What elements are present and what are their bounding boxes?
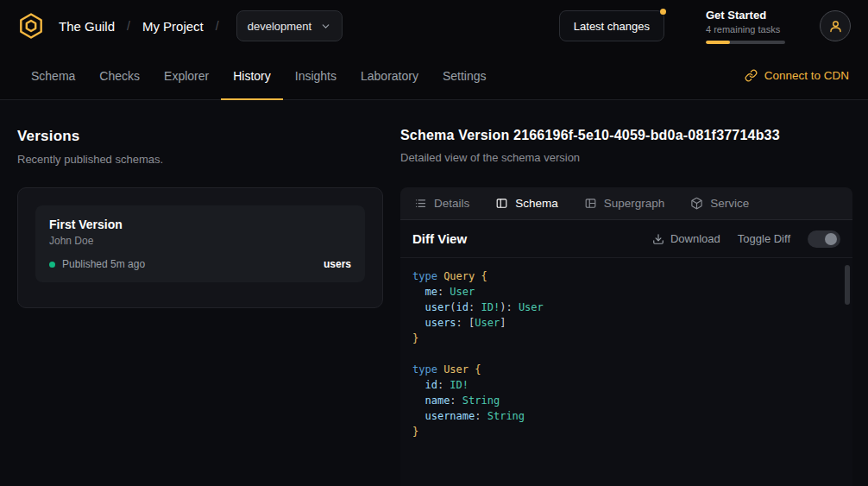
- columns-icon: [495, 197, 508, 210]
- download-icon: [652, 233, 664, 245]
- toggle-diff-label: Toggle Diff: [738, 232, 790, 245]
- code-content: type Query { me: User user(id: ID!): Use…: [412, 268, 840, 439]
- tab-history[interactable]: History: [221, 52, 283, 99]
- version-service-badge: users: [324, 258, 351, 270]
- schema-version-subtitle: Detailed view of the schema version: [400, 151, 852, 164]
- user-avatar[interactable]: [820, 10, 851, 41]
- link-icon: [745, 69, 758, 82]
- diff-view-title: Diff View: [412, 231, 467, 246]
- schema-version-panel: Schema Version 2166196f-5e10-4059-bd0a-0…: [400, 100, 868, 486]
- grid-icon: [584, 197, 597, 210]
- version-list-item[interactable]: First Version John Doe Published 5m ago …: [35, 205, 365, 282]
- tab-schema-label: Schema: [515, 197, 558, 210]
- schema-version-title: Schema Version 2166196f-5e10-4059-bd0a-0…: [400, 128, 852, 143]
- tab-settings[interactable]: Settings: [431, 52, 499, 99]
- get-started-subtitle: 4 remaining tasks: [706, 24, 785, 35]
- cube-icon: [690, 197, 703, 210]
- get-started-progress-fill: [706, 41, 730, 44]
- hive-logo-icon[interactable]: [17, 12, 45, 40]
- versions-panel: Versions Recently published schemas. Fir…: [0, 100, 400, 486]
- published-dot-icon: [49, 262, 55, 268]
- versions-subtitle: Recently published schemas.: [17, 153, 383, 166]
- chevron-down-icon: [320, 21, 331, 32]
- breadcrumb-separator: /: [127, 19, 130, 33]
- breadcrumb-separator: /: [216, 19, 219, 33]
- tab-laboratory[interactable]: Laboratory: [349, 52, 431, 99]
- detail-tab-bar: Details Schema Supergraph: [400, 187, 852, 220]
- tab-schema-detail[interactable]: Schema: [495, 197, 558, 210]
- target-select-value: development: [248, 20, 311, 33]
- tab-explorer[interactable]: Explorer: [152, 52, 221, 99]
- tab-details[interactable]: Details: [414, 197, 469, 210]
- breadcrumb-org[interactable]: The Guild: [59, 19, 115, 34]
- schema-code-block[interactable]: type Query { me: User user(id: ID!): Use…: [400, 258, 852, 486]
- version-status: Published 5m ago: [62, 258, 145, 270]
- breadcrumb-project[interactable]: My Project: [142, 19, 204, 34]
- app-header: The Guild / My Project / development Lat…: [0, 0, 868, 52]
- tab-schema[interactable]: Schema: [19, 52, 87, 99]
- version-status-row: Published 5m ago users: [49, 258, 351, 270]
- get-started-progress: [706, 41, 785, 44]
- main-nav: Schema Checks Explorer History Insights …: [0, 52, 868, 100]
- version-author: John Doe: [49, 235, 351, 247]
- tab-checks[interactable]: Checks: [87, 52, 152, 99]
- versions-card: First Version John Doe Published 5m ago …: [17, 187, 383, 308]
- download-label: Download: [670, 232, 720, 245]
- connect-to-cdn-label: Connect to CDN: [764, 69, 849, 82]
- schema-detail-card: Details Schema Supergraph: [400, 187, 852, 486]
- tab-details-label: Details: [434, 197, 469, 210]
- download-button[interactable]: Download: [652, 232, 720, 245]
- diff-actions: Download Toggle Diff: [652, 230, 840, 248]
- tab-supergraph[interactable]: Supergraph: [584, 197, 665, 210]
- content-area: Versions Recently published schemas. Fir…: [0, 100, 868, 486]
- target-select[interactable]: development: [236, 10, 343, 41]
- person-icon: [827, 18, 844, 35]
- get-started-title: Get Started: [706, 9, 785, 22]
- tab-insights[interactable]: Insights: [283, 52, 349, 99]
- tab-supergraph-label: Supergraph: [604, 197, 665, 210]
- versions-title: Versions: [17, 128, 383, 145]
- diff-view-header: Diff View Download Toggle Diff: [400, 220, 852, 258]
- latest-changes-button[interactable]: Latest changes: [559, 10, 664, 41]
- switch-thumb: [825, 233, 837, 245]
- notification-dot: [660, 9, 666, 15]
- breadcrumb: The Guild / My Project / development: [17, 10, 343, 41]
- code-scrollbar[interactable]: [845, 265, 850, 305]
- get-started-widget[interactable]: Get Started 4 remaining tasks: [706, 9, 785, 44]
- version-name: First Version: [49, 218, 351, 231]
- list-icon: [414, 197, 427, 210]
- nav-spacer: [499, 52, 745, 99]
- tab-service-label: Service: [710, 197, 749, 210]
- connect-to-cdn-link[interactable]: Connect to CDN: [745, 52, 849, 99]
- toggle-diff-switch[interactable]: [808, 230, 840, 248]
- latest-changes-label: Latest changes: [574, 20, 650, 33]
- tab-service[interactable]: Service: [690, 197, 749, 210]
